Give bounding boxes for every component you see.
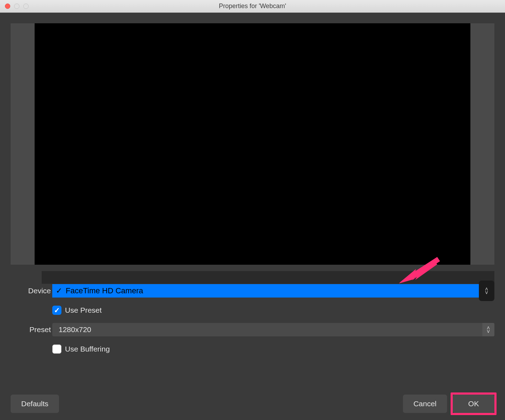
chevron-down-icon: ᐯ	[487, 330, 490, 333]
device-dropdown[interactable]: ✓ FaceTime HD Camera ᐱ ᐯ	[52, 284, 479, 298]
cancel-button[interactable]: Cancel	[403, 395, 447, 413]
close-window-button[interactable]	[5, 4, 10, 9]
preset-dropdown-value: 1280x720	[59, 325, 91, 334]
preset-dropdown[interactable]: 1280x720 ᐱ ᐯ	[52, 323, 494, 336]
window-title: Properties for 'Webcam'	[0, 2, 505, 10]
dropdown-stepper-icon[interactable]: ᐱ ᐯ	[482, 323, 494, 336]
check-icon: ✓	[54, 306, 60, 314]
webcam-preview	[35, 23, 470, 265]
minimize-window-button[interactable]	[14, 4, 19, 9]
use-preset-checkbox[interactable]: ✓	[52, 306, 61, 315]
use-buffering-label: Use Buffering	[65, 345, 110, 353]
use-preset-label: Use Preset	[65, 306, 102, 314]
check-icon: ✓	[52, 286, 66, 295]
chevron-down-icon: ᐯ	[485, 291, 488, 294]
dropdown-stepper-icon[interactable]: ᐱ ᐯ	[479, 281, 494, 301]
dropdown-expanded-background	[42, 271, 494, 284]
window-titlebar: Properties for 'Webcam'	[0, 0, 505, 13]
traffic-lights	[5, 4, 29, 9]
maximize-window-button[interactable]	[23, 4, 29, 9]
device-label: Device	[11, 287, 52, 295]
ok-button[interactable]: OK	[453, 395, 494, 413]
device-dropdown-value: FaceTime HD Camera	[66, 286, 143, 295]
preset-label: Preset	[11, 325, 52, 334]
defaults-button[interactable]: Defaults	[11, 395, 59, 413]
preview-container	[11, 23, 494, 265]
use-buffering-checkbox[interactable]	[52, 344, 61, 354]
